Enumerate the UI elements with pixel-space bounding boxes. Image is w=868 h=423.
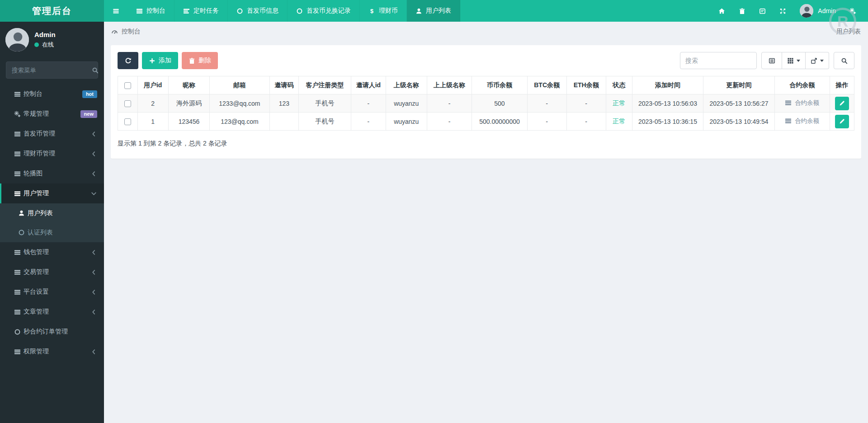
main-content: 控制台 用户列表 添加 删除 用户id昵称邮箱邀请码客户注册类型邀请人id上级名… xyxy=(104,22,868,423)
chevron-left-icon xyxy=(90,289,97,296)
cell-btc-balance: - xyxy=(527,94,566,113)
nav-tab-ico-info[interactable]: 首发币信息 xyxy=(228,0,288,22)
cell-user-id: 1 xyxy=(137,113,168,131)
grid-icon xyxy=(787,57,794,64)
sidebar-item-dashboard[interactable]: 控制台hot xyxy=(0,84,104,104)
sidebar-item-auth-list[interactable]: 认证列表 xyxy=(0,223,104,242)
username-label: Admin xyxy=(818,7,836,14)
online-dot-icon xyxy=(34,42,39,47)
cell-email: 123@qq.com xyxy=(210,113,270,131)
delete-button[interactable]: 删除 xyxy=(182,52,218,69)
cell-register-type: 手机号 xyxy=(298,113,351,131)
column-header: 状态 xyxy=(606,76,632,94)
cell-parent-name: wuyanzu xyxy=(386,94,427,113)
home-icon[interactable] xyxy=(718,8,725,14)
list-icon xyxy=(11,348,24,355)
list-icon xyxy=(11,289,24,296)
cell-status: 正常 xyxy=(606,94,632,113)
cell-inviter-id: - xyxy=(351,113,386,131)
trash-icon[interactable] xyxy=(739,8,745,14)
fullscreen-icon[interactable] xyxy=(779,8,786,14)
cell-user-id: 2 xyxy=(137,94,168,113)
nav-tab-dashboard[interactable]: 控制台 xyxy=(127,0,175,22)
toolbar-right xyxy=(680,52,854,69)
pagination-summary: 显示第 1 到第 2 条记录，总共 2 条记录 xyxy=(118,140,854,148)
caret-down-icon xyxy=(820,60,824,62)
chevron-left-icon xyxy=(90,309,97,315)
list-icon xyxy=(11,170,24,177)
nav-tab-label: 首发币兑换记录 xyxy=(307,7,351,15)
add-button[interactable]: 添加 xyxy=(142,52,178,69)
select-all-checkbox[interactable] xyxy=(124,82,131,89)
list-icon xyxy=(11,131,24,137)
cell-updated-time: 2023-05-13 10:49:54 xyxy=(703,113,775,131)
sidebar-item-user-management[interactable]: 用户管理 xyxy=(0,183,104,203)
nav-tab-wealth-coin[interactable]: $理财币 xyxy=(360,0,407,22)
circle-icon xyxy=(15,229,28,236)
columns-button[interactable] xyxy=(782,52,806,69)
sidebar-item-article-management[interactable]: 文章管理 xyxy=(0,302,104,322)
list-alt-icon xyxy=(769,57,775,64)
tasks-icon xyxy=(183,8,190,14)
detail-view-button[interactable] xyxy=(761,52,782,69)
cell-contract-balance: 合约余额 xyxy=(774,113,830,131)
sidebar-item-label: 文章管理 xyxy=(24,308,87,316)
sidebar-item-carousel[interactable]: 轮播图 xyxy=(0,164,104,183)
cogs-icon[interactable] xyxy=(849,8,856,14)
sidebar-item-ico-management[interactable]: 首发币管理 xyxy=(0,124,104,144)
table-search-input[interactable] xyxy=(680,52,757,69)
sidebar-item-label: 权限管理 xyxy=(24,348,87,356)
column-header: 上级名称 xyxy=(386,76,427,94)
sidebar-item-label: 秒合约订单管理 xyxy=(24,328,97,336)
cache-icon[interactable] xyxy=(759,8,766,14)
sidebar-item-label: 用户管理 xyxy=(24,189,87,197)
sidebar-item-wealth-coin-management[interactable]: 理财币管理 xyxy=(0,144,104,164)
row-checkbox[interactable] xyxy=(124,100,131,107)
sidebar-item-wallet-management[interactable]: 钱包管理 xyxy=(0,242,104,262)
sidebar-search-input[interactable] xyxy=(12,67,92,74)
sidebar-item-general-management[interactable]: 常规管理new xyxy=(0,104,104,124)
column-header: 客户注册类型 xyxy=(298,76,351,94)
cell-actions xyxy=(830,94,854,113)
user-menu[interactable]: Admin xyxy=(800,4,836,18)
sidebar-item-permission-management[interactable]: 权限管理 xyxy=(0,342,104,362)
dollar-icon: $ xyxy=(368,8,375,14)
edit-button[interactable] xyxy=(835,97,849,110)
column-header: 上上级名称 xyxy=(427,76,472,94)
navbar-right: Admin xyxy=(718,0,868,22)
sidebar-toggle-button[interactable] xyxy=(104,0,127,22)
row-checkbox[interactable] xyxy=(124,118,131,125)
breadcrumb[interactable]: 控制台 xyxy=(111,28,141,36)
sidebar-item-seconds-contract-orders[interactable]: 秒合约订单管理 xyxy=(0,322,104,342)
status-badge: 正常 xyxy=(613,99,625,107)
search-button[interactable] xyxy=(834,52,854,69)
circle-icon xyxy=(11,329,24,335)
sidebar-item-trade-management[interactable]: 交易管理 xyxy=(0,262,104,282)
sidebar-item-user-list[interactable]: 用户列表 xyxy=(0,203,104,223)
refresh-button[interactable] xyxy=(118,52,138,69)
nav-tab-label: 首发币信息 xyxy=(247,7,278,15)
contract-balance-link[interactable]: 合约余额 xyxy=(785,117,819,125)
nav-tab-ico-exchange-records[interactable]: 首发币兑换记录 xyxy=(288,0,360,22)
top-navbar: 管理后台 控制台定时任务首发币信息首发币兑换记录$理财币用户列表 Admin xyxy=(0,0,868,22)
edit-button[interactable] xyxy=(835,115,849,128)
cell-grandparent-name: - xyxy=(427,113,472,131)
sidebar-item-label: 理财币管理 xyxy=(24,150,87,158)
column-header: ETH余额 xyxy=(566,76,606,94)
nav-tab-user-list[interactable]: 用户列表 xyxy=(407,0,460,22)
cell-actions xyxy=(830,113,854,131)
table-card: 添加 删除 用户id昵称邮箱邀请码客户注册类型邀请人id上级名称上上级名称币币余… xyxy=(111,45,861,159)
export-button[interactable] xyxy=(806,52,829,69)
caret-down-icon xyxy=(797,60,800,62)
list-icon xyxy=(785,99,792,106)
sidebar-item-label: 钱包管理 xyxy=(24,248,87,256)
refresh-icon xyxy=(125,57,132,64)
cell-parent-name: wuyanzu xyxy=(386,113,427,131)
search-icon[interactable] xyxy=(92,67,99,74)
nav-tab-label: 理财币 xyxy=(379,7,398,15)
contract-balance-link[interactable]: 合约余额 xyxy=(785,99,819,107)
sidebar-item-platform-settings[interactable]: 平台设置 xyxy=(0,282,104,302)
navbar-tabs: 控制台定时任务首发币信息首发币兑换记录$理财币用户列表 xyxy=(127,0,460,22)
app-brand: 管理后台 xyxy=(0,0,104,22)
nav-tab-scheduled-tasks[interactable]: 定时任务 xyxy=(175,0,228,22)
